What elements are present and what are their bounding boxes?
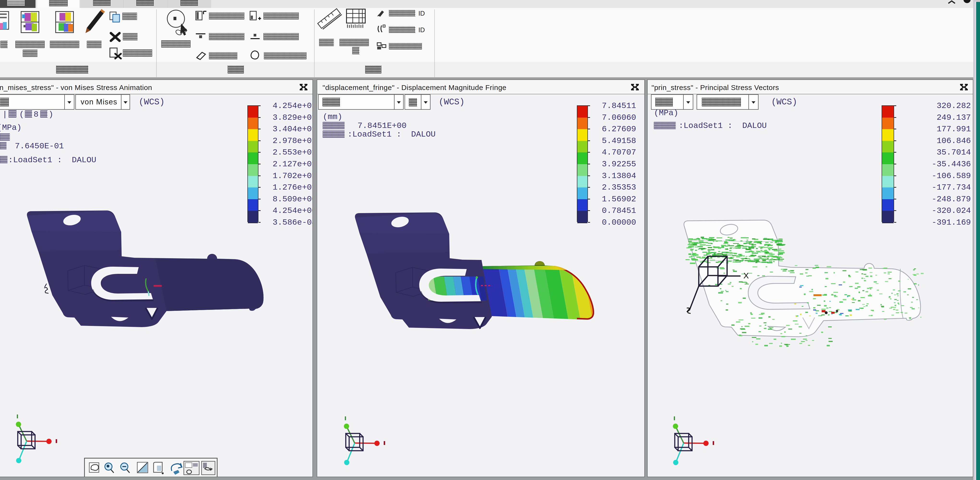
svg-text:X: X: [743, 271, 749, 280]
